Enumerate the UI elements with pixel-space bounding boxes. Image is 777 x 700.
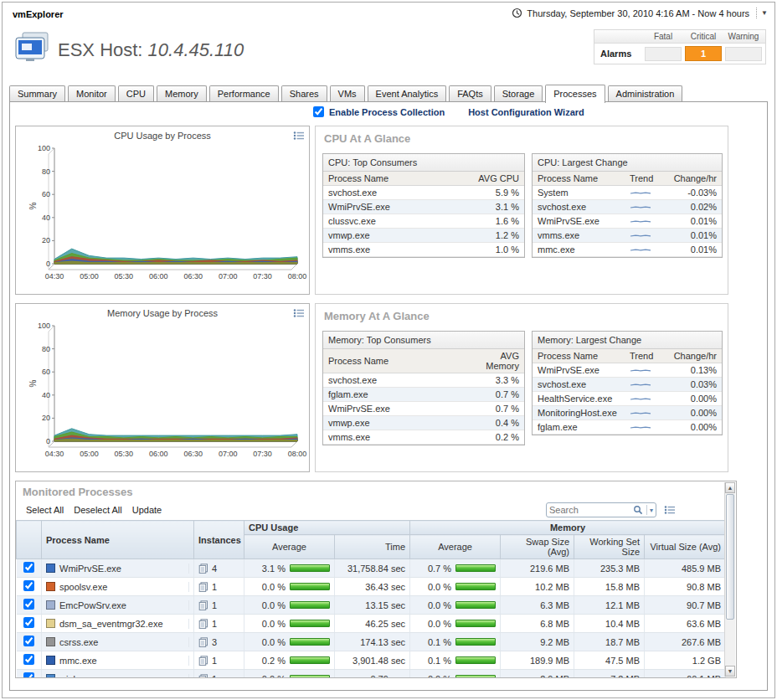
- critical-count-cell[interactable]: 1: [685, 46, 722, 61]
- memory-average-value: 0.0 %: [419, 600, 451, 610]
- column-header-memory-average[interactable]: Average: [410, 535, 501, 559]
- deselect-all-link[interactable]: Deselect All: [74, 505, 121, 515]
- tab-faqts[interactable]: FAQts: [449, 85, 491, 101]
- column-header-process-name[interactable]: Process Name: [323, 172, 464, 186]
- tab-cpu[interactable]: CPU: [118, 85, 154, 101]
- column-header-trend[interactable]: Trend: [625, 349, 663, 363]
- tab-event-analytics[interactable]: Event Analytics: [368, 85, 447, 101]
- panel-title: CPU At A Glance: [316, 126, 728, 145]
- scrollbar-thumb[interactable]: [726, 494, 734, 620]
- fatal-count-cell[interactable]: [645, 47, 682, 61]
- column-header-working-set[interactable]: Working Set Size: [574, 535, 645, 559]
- tab-performance[interactable]: Performance: [209, 85, 279, 101]
- working-set-value: 47.5 MB: [574, 651, 645, 670]
- page-title-prefix: ESX Host:: [58, 39, 142, 60]
- working-set-value: 10.4 MB: [574, 615, 645, 633]
- cpu-average-value: 0.0 %: [254, 582, 286, 592]
- tab-storage[interactable]: Storage: [494, 85, 543, 101]
- svg-text:40: 40: [42, 391, 50, 399]
- process-row: mmc.exe 1 0.2 % 3,901.48 sec 0.1 % 189.9…: [17, 651, 726, 670]
- chevron-down-icon[interactable]: ▼: [761, 9, 768, 17]
- time-range-label: Thursday, September 30, 2010 4:16 AM - N…: [527, 8, 749, 18]
- search-options-chevron-icon[interactable]: ▾: [650, 507, 653, 514]
- scroll-down-arrow[interactable]: ▼: [725, 666, 735, 677]
- svg-text:08:00: 08:00: [288, 450, 307, 458]
- process-name: WmiPrvSE.exe: [323, 200, 464, 214]
- column-header-process-name[interactable]: Process Name: [42, 521, 194, 559]
- process-color-icon: [46, 600, 55, 610]
- process-name: System: [533, 186, 625, 200]
- row-select-checkbox[interactable]: [23, 617, 34, 628]
- enable-process-collection-checkbox[interactable]: [313, 106, 324, 117]
- row-select-checkbox[interactable]: [23, 599, 34, 610]
- column-header-change[interactable]: Change/hr: [663, 172, 722, 186]
- tab-summary[interactable]: Summary: [9, 85, 65, 101]
- column-header-avg-cpu[interactable]: AVG CPU: [464, 172, 524, 186]
- working-set-value: 7.2 MB: [574, 670, 645, 679]
- process-name: MonitoringHost.exe: [533, 406, 625, 420]
- table-customizer-icon[interactable]: [664, 505, 676, 515]
- memory-average-value: 0.0 %: [419, 582, 451, 592]
- process-name: EmcPowSrv.exe: [59, 600, 126, 610]
- instances-icon: [198, 656, 208, 666]
- search-input[interactable]: [549, 505, 633, 515]
- column-header-process-name[interactable]: Process Name: [533, 349, 625, 363]
- host-configuration-wizard-link[interactable]: Host Configuration Wizard: [468, 107, 584, 117]
- trend-sparkline: [625, 406, 663, 420]
- alarms-column-warning: Warning: [723, 30, 764, 43]
- select-all-link[interactable]: Select All: [26, 505, 64, 515]
- column-header-trend[interactable]: Trend: [625, 172, 663, 186]
- search-icon[interactable]: [633, 505, 643, 515]
- column-header-avg-memory[interactable]: AVG Memory: [464, 349, 524, 373]
- scroll-up-arrow[interactable]: ▲: [725, 482, 735, 493]
- column-header-instances[interactable]: Instances: [194, 521, 244, 559]
- tab-monitor[interactable]: Monitor: [68, 85, 116, 101]
- column-header-virtual-size[interactable]: Virtual Size (Avg): [645, 535, 726, 559]
- process-row: csrss.exe 3 0.0 % 174.13 sec 0.1 % 9.2 M…: [17, 633, 726, 651]
- process-name: svchost.exe: [533, 378, 625, 392]
- alarms-header-row: Fatal Critical Warning: [594, 30, 765, 44]
- tab-vms[interactable]: VMs: [330, 85, 365, 101]
- column-header-change[interactable]: Change/hr: [663, 349, 722, 363]
- svg-text:60: 60: [42, 368, 50, 376]
- row-select-checkbox[interactable]: [23, 636, 34, 646]
- process-name: WmiPrvSE.exe: [59, 564, 121, 574]
- avg-memory-value: 0.4 %: [464, 416, 524, 430]
- row-select-checkbox[interactable]: [23, 580, 34, 591]
- cpu-time-value: 13.15 sec: [335, 596, 410, 615]
- memory-top-consumers-table: Process Name AVG Memory svchost.exe3.3 %…: [323, 349, 524, 445]
- memory-largest-change-panel: Memory: Largest Change Process Name Tren…: [532, 331, 723, 435]
- svg-text:60: 60: [42, 190, 50, 198]
- process-name: svchost.exe: [323, 186, 464, 200]
- column-header-time[interactable]: Time: [335, 535, 410, 559]
- column-header-process-name[interactable]: Process Name: [533, 172, 625, 186]
- row-select-checkbox[interactable]: [23, 672, 34, 678]
- tab-shares[interactable]: Shares: [281, 85, 327, 101]
- svg-text:07:30: 07:30: [253, 272, 272, 281]
- instances-count: 1: [212, 582, 217, 592]
- tab-processes[interactable]: Processes: [545, 85, 605, 103]
- row-select-checkbox[interactable]: [23, 562, 34, 573]
- process-row: dsm_sa_eventmgr32.exe 1 0.0 % 46.25 sec …: [17, 615, 726, 633]
- time-range-selector[interactable]: Thursday, September 30, 2010 4:16 AM - N…: [512, 8, 768, 18]
- change-value: 0.01%: [663, 214, 722, 229]
- memory-usage-bar: [455, 675, 496, 678]
- tab-administration[interactable]: Administration: [608, 85, 683, 101]
- swap-size-value: 6.8 MB: [501, 615, 574, 633]
- svg-text:05:00: 05:00: [80, 272, 99, 281]
- process-name: fglam.exe: [323, 388, 464, 402]
- vertical-scrollbar[interactable]: ▲ ▼: [724, 482, 735, 677]
- row-select-checkbox[interactable]: [23, 654, 34, 665]
- update-link[interactable]: Update: [132, 505, 162, 515]
- divider: [756, 8, 757, 18]
- warning-count-cell[interactable]: [725, 47, 762, 61]
- cpu-usage-bar: [290, 675, 330, 678]
- column-header-process-name[interactable]: Process Name: [323, 349, 464, 373]
- svg-text:100: 100: [38, 144, 50, 152]
- virtual-size-value: 63.6 MB: [645, 615, 726, 633]
- column-header-cpu-average[interactable]: Average: [244, 535, 335, 559]
- column-header-swap-size[interactable]: Swap Size (Avg): [501, 535, 574, 559]
- table-row: WmiPrvSE.exe0.13%: [533, 363, 722, 378]
- tab-memory[interactable]: Memory: [157, 85, 207, 101]
- alarms-column-fatal: Fatal: [643, 30, 683, 43]
